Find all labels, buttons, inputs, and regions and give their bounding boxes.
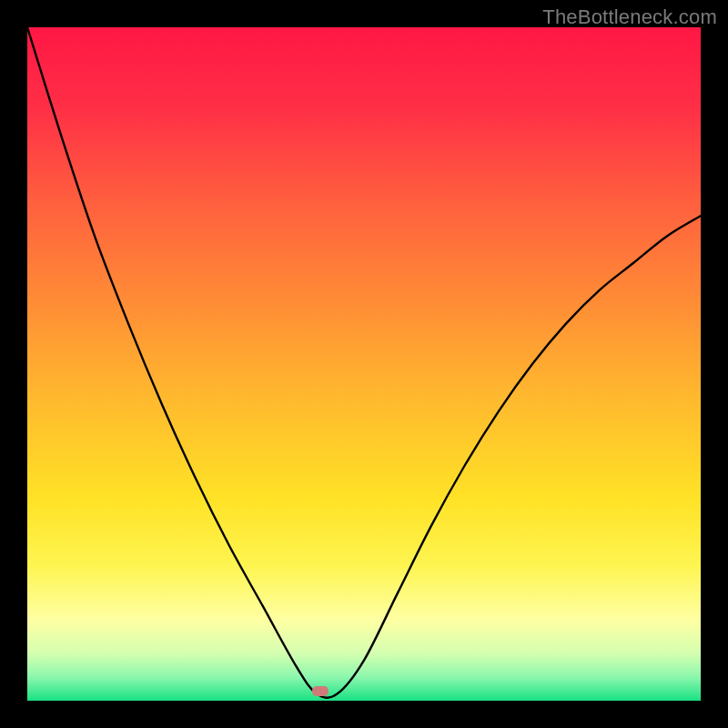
chart-frame: TheBottleneck.com: [0, 0, 728, 728]
bottleneck-curve: [27, 27, 701, 701]
plot-area: [27, 27, 701, 701]
optimal-marker: [312, 686, 329, 696]
watermark-text: TheBottleneck.com: [542, 5, 717, 29]
